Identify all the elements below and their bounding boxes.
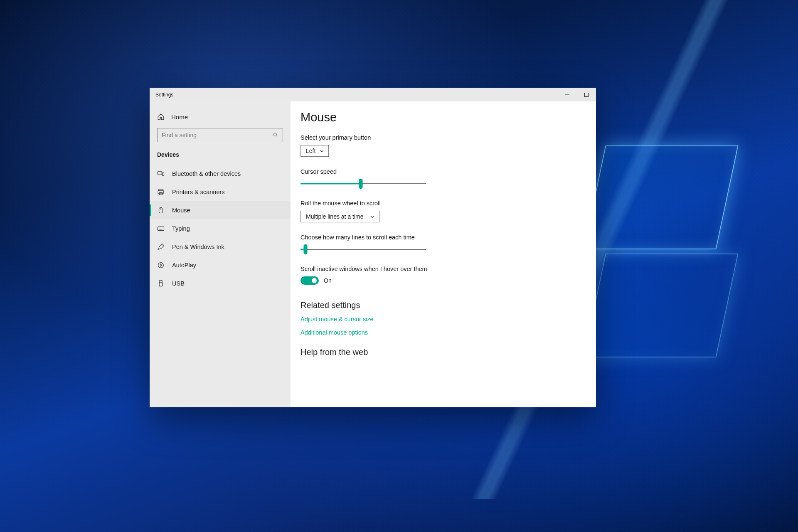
link-adjust-cursor-size[interactable]: Adjust mouse & cursor size bbox=[300, 316, 579, 323]
autoplay-icon bbox=[157, 261, 165, 269]
window-title: Settings bbox=[155, 92, 173, 98]
inactive-windows-toggle[interactable] bbox=[300, 276, 319, 285]
settings-window: Settings Home bbox=[150, 88, 596, 407]
search-input[interactable] bbox=[162, 132, 273, 138]
toggle-state-label: On bbox=[324, 277, 332, 284]
related-settings-heading: Related settings bbox=[300, 300, 579, 310]
svg-rect-5 bbox=[158, 191, 164, 193]
slider-thumb[interactable] bbox=[304, 244, 308, 254]
content-pane: Mouse Select your primary button Left Cu… bbox=[291, 101, 596, 407]
minimize-button[interactable] bbox=[558, 88, 577, 101]
window-controls bbox=[558, 88, 596, 101]
svg-point-1 bbox=[273, 133, 277, 136]
search-box[interactable] bbox=[157, 128, 283, 142]
minimize-icon bbox=[565, 93, 569, 97]
svg-point-9 bbox=[158, 263, 164, 268]
svg-rect-10 bbox=[160, 281, 162, 283]
usb-icon bbox=[157, 280, 165, 287]
sidebar-item-label: Mouse bbox=[172, 207, 190, 214]
printer-icon bbox=[157, 188, 165, 196]
search-icon bbox=[273, 132, 278, 138]
sidebar-item-label: Typing bbox=[172, 225, 190, 232]
sidebar-item-mouse[interactable]: Mouse bbox=[150, 201, 291, 219]
link-additional-mouse-options[interactable]: Additional mouse options bbox=[300, 329, 579, 336]
decorative-shard bbox=[583, 145, 738, 249]
wheel-mode-label: Roll the mouse wheel to scroll bbox=[300, 200, 458, 207]
chevron-down-icon bbox=[320, 149, 324, 153]
slider-fill bbox=[300, 183, 361, 185]
sidebar-item-pen[interactable]: Pen & Windows Ink bbox=[150, 238, 291, 256]
cursor-speed-label: Cursor speed bbox=[300, 168, 458, 175]
svg-rect-3 bbox=[163, 172, 164, 176]
slider-thumb[interactable] bbox=[359, 179, 362, 189]
svg-rect-6 bbox=[159, 193, 163, 195]
wheel-mode-select[interactable]: Multiple lines at a time bbox=[300, 211, 379, 222]
maximize-button[interactable] bbox=[577, 88, 596, 101]
sidebar-item-label: AutoPlay bbox=[172, 262, 196, 268]
svg-rect-0 bbox=[585, 93, 589, 96]
home-label: Home bbox=[171, 113, 188, 121]
sidebar-item-label: USB bbox=[172, 280, 185, 287]
sidebar-item-label: Printers & scanners bbox=[172, 189, 225, 195]
devices-icon bbox=[157, 170, 165, 177]
sidebar-item-typing[interactable]: Typing bbox=[150, 219, 291, 238]
svg-rect-11 bbox=[159, 282, 163, 286]
mouse-icon bbox=[157, 207, 165, 214]
primary-button-select[interactable]: Left bbox=[300, 145, 329, 157]
home-button[interactable]: Home bbox=[150, 109, 291, 125]
sidebar-item-label: Pen & Windows Ink bbox=[172, 244, 224, 250]
sidebar: Home Devices Bluetooth & other devices bbox=[150, 101, 291, 407]
maximize-icon bbox=[584, 93, 589, 97]
inactive-windows-label: Scroll inactive windows when I hover ove… bbox=[300, 266, 458, 272]
cursor-speed-slider[interactable] bbox=[300, 179, 426, 188]
sidebar-section-label: Devices bbox=[150, 148, 291, 165]
desktop-background: Settings Home bbox=[0, 0, 798, 532]
chevron-down-icon bbox=[370, 214, 375, 219]
wheel-mode-value: Multiple lines at a time bbox=[306, 213, 364, 220]
sidebar-nav: Bluetooth & other devices Printers & sca… bbox=[150, 165, 291, 293]
pen-icon bbox=[157, 243, 165, 251]
page-title: Mouse bbox=[300, 111, 579, 124]
sidebar-item-usb[interactable]: USB bbox=[150, 274, 291, 293]
primary-button-value: Left bbox=[306, 148, 315, 154]
toggle-knob bbox=[312, 278, 317, 283]
sidebar-item-autoplay[interactable]: AutoPlay bbox=[150, 256, 291, 274]
titlebar: Settings bbox=[150, 88, 596, 101]
sidebar-item-label: Bluetooth & other devices bbox=[172, 170, 241, 177]
sidebar-item-bluetooth[interactable]: Bluetooth & other devices bbox=[150, 165, 291, 183]
svg-rect-8 bbox=[158, 227, 164, 231]
sidebar-item-printers[interactable]: Printers & scanners bbox=[150, 183, 291, 201]
keyboard-icon bbox=[157, 225, 165, 232]
primary-button-label: Select your primary button bbox=[300, 134, 458, 141]
lines-slider[interactable] bbox=[300, 245, 426, 254]
home-icon bbox=[157, 113, 165, 121]
help-heading: Help from the web bbox=[300, 347, 579, 357]
lines-label: Choose how many lines to scroll each tim… bbox=[300, 234, 458, 241]
decorative-shard bbox=[583, 254, 738, 357]
svg-rect-2 bbox=[158, 172, 162, 175]
